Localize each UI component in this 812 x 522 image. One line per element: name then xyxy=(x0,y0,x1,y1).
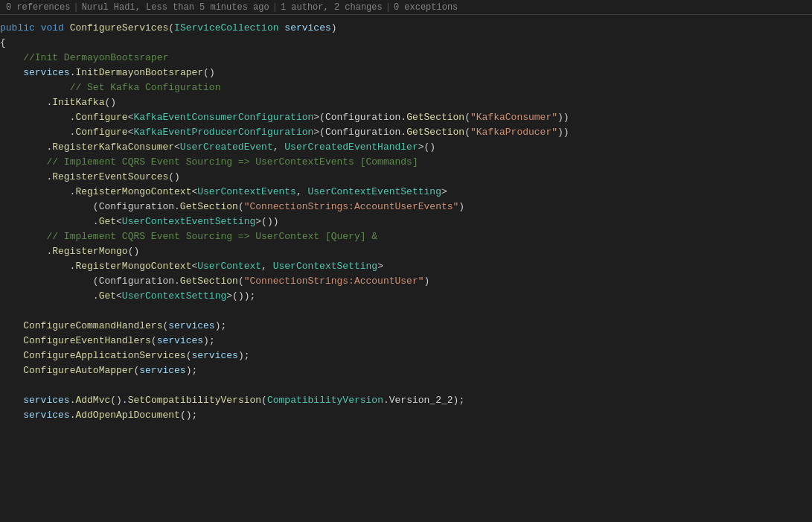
code-line: .Configure<KafkaEventProducerConfigurati… xyxy=(0,125,812,140)
separator3: | xyxy=(386,2,391,13)
line-content: services.AddMvc().SetCompatibilityVersio… xyxy=(0,393,806,408)
open-brace-line: { xyxy=(0,36,812,51)
line-content: .Configure<KafkaEventConsumerConfigurati… xyxy=(0,110,806,125)
code-line: ConfigureCommandHandlers(services); xyxy=(0,319,812,334)
line-content: services.InitDermayonBootsraper() xyxy=(0,66,806,80)
code-line-blank xyxy=(0,304,812,319)
line-content: (Configuration.GetSection("ConnectionStr… xyxy=(0,200,806,214)
code-line: services.InitDermayonBootsraper() xyxy=(0,66,812,80)
line-content: (Configuration.GetSection("ConnectionStr… xyxy=(0,274,806,289)
code-line: .RegisterMongo() xyxy=(0,244,812,259)
line-content: .RegisterKafkaConsumer<UserCreatedEvent,… xyxy=(0,140,806,155)
line-content: .RegisterEventSources() xyxy=(0,170,806,185)
code-line: ConfigureEventHandlers(services); xyxy=(0,334,812,348)
line-content: ConfigureApplicationServices(services); xyxy=(0,348,806,363)
exceptions-count: 0 exceptions xyxy=(394,2,458,13)
line-content: .RegisterMongoContext<UserContext, UserC… xyxy=(0,259,806,274)
line-content: ConfigureCommandHandlers(services); xyxy=(0,319,806,334)
references-count: 0 references xyxy=(6,2,70,13)
separator1: | xyxy=(73,2,78,13)
author-count: 1 author, 2 changes xyxy=(281,2,383,13)
code-line: .Get<UserContextSetting>()); xyxy=(0,289,812,304)
line-content: services.AddOpenApiDocument(); xyxy=(0,408,806,423)
code-line: .RegisterEventSources() xyxy=(0,170,812,185)
code-line: .InitKafka() xyxy=(0,95,812,110)
code-line: // Implement CQRS Event Sourcing => User… xyxy=(0,229,812,244)
line-content: .Configure<KafkaEventProducerConfigurati… xyxy=(0,125,806,140)
line-content: .Get<UserContextEventSetting>()) xyxy=(0,214,806,229)
line-content: .RegisterMongoContext<UserContextEvents,… xyxy=(0,185,806,200)
code-line: .Configure<KafkaEventConsumerConfigurati… xyxy=(0,110,812,125)
code-line: (Configuration.GetSection("ConnectionStr… xyxy=(0,274,812,289)
author-info: Nurul Hadi, Less than 5 minutes ago xyxy=(82,2,269,13)
code-line: .Get<UserContextEventSetting>()) xyxy=(0,214,812,229)
separator2: | xyxy=(272,2,278,13)
code-line: services.AddMvc().SetCompatibilityVersio… xyxy=(0,393,812,408)
code-line: .RegisterMongoContext<UserContextEvents,… xyxy=(0,185,812,200)
code-line: // Implement CQRS Event Sourcing => User… xyxy=(0,155,812,170)
status-bar: 0 references | Nurul Hadi, Less than 5 m… xyxy=(0,0,812,15)
code-line: services.AddOpenApiDocument(); xyxy=(0,408,812,423)
code-line: ConfigureAutoMapper(services); xyxy=(0,363,812,378)
code-line: ConfigureApplicationServices(services); xyxy=(0,348,812,363)
code-container: public void ConfigureServices(IServiceCo… xyxy=(0,15,812,522)
line-content: ConfigureEventHandlers(services); xyxy=(0,334,806,348)
line-content: .Get<UserContextSetting>()); xyxy=(0,289,806,304)
code-line: //Init DermayonBootsraper xyxy=(0,51,812,66)
line-content: ConfigureAutoMapper(services); xyxy=(0,363,806,378)
method-signature-line: public void ConfigureServices(IServiceCo… xyxy=(0,21,812,36)
code-line: .RegisterMongoContext<UserContext, UserC… xyxy=(0,259,812,274)
code-line: (Configuration.GetSection("ConnectionStr… xyxy=(0,200,812,214)
code-line: // Set Kafka Configuration xyxy=(0,80,812,95)
open-brace: { xyxy=(0,36,806,51)
code-line: .RegisterKafkaConsumer<UserCreatedEvent,… xyxy=(0,140,812,155)
code-line-blank xyxy=(0,378,812,393)
line-content: .InitKafka() xyxy=(0,95,806,110)
line-content: // Set Kafka Configuration xyxy=(0,80,806,95)
line-content: // Implement CQRS Event Sourcing => User… xyxy=(0,229,806,244)
method-signature-text: public void ConfigureServices(IServiceCo… xyxy=(0,21,806,36)
line-content: // Implement CQRS Event Sourcing => User… xyxy=(0,155,806,170)
line-content: .RegisterMongo() xyxy=(0,244,806,259)
line-content: //Init DermayonBootsraper xyxy=(0,51,806,66)
